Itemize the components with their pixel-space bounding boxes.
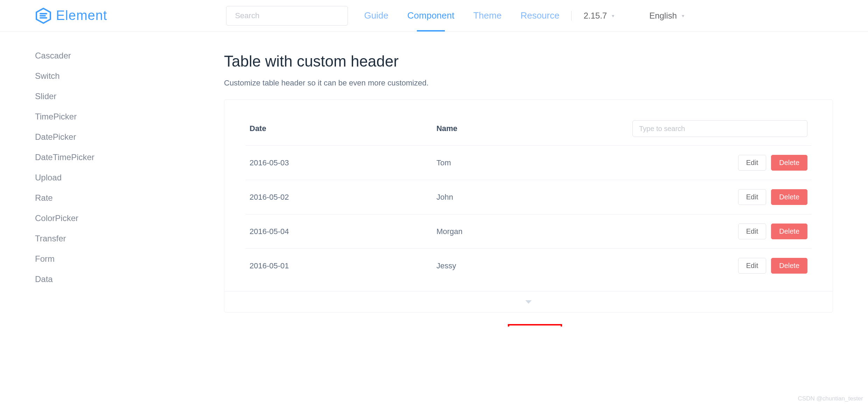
top-header: Element Guide Component Theme Resource 2… bbox=[0, 0, 868, 32]
brand-text: Element bbox=[56, 8, 107, 23]
version-selector[interactable]: 2.15.7 ▾ bbox=[583, 11, 614, 21]
sidebar-item-form[interactable]: Form bbox=[35, 249, 133, 269]
cell-date: 2016-05-04 bbox=[245, 214, 432, 249]
sidebar-item-switch[interactable]: Switch bbox=[35, 66, 133, 86]
annotation-highlight bbox=[508, 324, 562, 327]
brand-logo[interactable]: Element bbox=[35, 7, 107, 24]
sidebar-item-transfer[interactable]: Transfer bbox=[35, 228, 133, 249]
language-text: English bbox=[649, 11, 677, 21]
sidebar-item-datepicker[interactable]: DatePicker bbox=[35, 127, 133, 147]
data-table: Date Name 2016-05-03TomEditDelete2016-05… bbox=[245, 115, 812, 283]
page-description: Customize table header so it can be even… bbox=[224, 78, 833, 88]
delete-button[interactable]: Delete bbox=[771, 189, 807, 205]
cell-actions: EditDelete bbox=[619, 249, 812, 283]
cell-name: Morgan bbox=[432, 214, 619, 249]
table-row: 2016-05-04MorganEditDelete bbox=[245, 214, 812, 249]
language-selector[interactable]: English ▾ bbox=[649, 11, 684, 21]
edit-button[interactable]: Edit bbox=[738, 155, 766, 171]
sidebar-item-datetimepicker[interactable]: DateTimePicker bbox=[35, 147, 133, 167]
edit-button[interactable]: Edit bbox=[738, 258, 766, 274]
delete-button[interactable]: Delete bbox=[771, 224, 807, 239]
sidebar-item-upload[interactable]: Upload bbox=[35, 167, 133, 188]
chevron-down-icon: ▾ bbox=[612, 13, 614, 19]
sidebar-item-slider[interactable]: Slider bbox=[35, 86, 133, 107]
cell-name: Jessy bbox=[432, 249, 619, 283]
cell-date: 2016-05-01 bbox=[245, 249, 432, 283]
page-title: Table with custom header bbox=[224, 53, 833, 70]
expand-toggle[interactable] bbox=[224, 291, 833, 312]
delete-button[interactable]: Delete bbox=[771, 258, 807, 274]
sidebar-item-data[interactable]: Data bbox=[35, 269, 133, 289]
content-area: Table with custom header Customize table… bbox=[133, 46, 868, 327]
sidebar-item-timepicker[interactable]: TimePicker bbox=[35, 107, 133, 127]
cell-actions: EditDelete bbox=[619, 180, 812, 214]
sidebar-item-colorpicker[interactable]: ColorPicker bbox=[35, 208, 133, 228]
th-name: Name bbox=[432, 115, 619, 146]
delete-button[interactable]: Delete bbox=[771, 155, 807, 171]
search-input[interactable] bbox=[226, 6, 348, 26]
version-text: 2.15.7 bbox=[583, 11, 607, 21]
element-logo-icon bbox=[35, 7, 52, 24]
main-nav: Guide Component Theme Resource bbox=[364, 0, 559, 31]
nav-resource[interactable]: Resource bbox=[520, 0, 559, 31]
nav-divider bbox=[571, 11, 572, 21]
table-search-input[interactable] bbox=[632, 120, 807, 137]
sidebar-item-rate[interactable]: Rate bbox=[35, 188, 133, 208]
edit-button[interactable]: Edit bbox=[738, 189, 766, 205]
cell-name: Tom bbox=[432, 146, 619, 180]
table-row: 2016-05-01JessyEditDelete bbox=[245, 249, 812, 283]
table-row: 2016-05-02JohnEditDelete bbox=[245, 180, 812, 214]
table-row: 2016-05-03TomEditDelete bbox=[245, 146, 812, 180]
sidebar-item-cascader[interactable]: Cascader bbox=[35, 46, 133, 66]
cell-date: 2016-05-03 bbox=[245, 146, 432, 180]
sidebar: Cascader Switch Slider TimePicker DatePi… bbox=[0, 46, 133, 327]
cell-date: 2016-05-02 bbox=[245, 180, 432, 214]
cell-actions: EditDelete bbox=[619, 214, 812, 249]
nav-component[interactable]: Component bbox=[407, 0, 454, 31]
header-search-wrap bbox=[226, 6, 348, 26]
demo-box: Date Name 2016-05-03TomEditDelete2016-05… bbox=[224, 99, 833, 313]
cell-name: John bbox=[432, 180, 619, 214]
edit-button[interactable]: Edit bbox=[738, 224, 766, 239]
cell-actions: EditDelete bbox=[619, 146, 812, 180]
nav-guide[interactable]: Guide bbox=[364, 0, 388, 31]
th-action bbox=[619, 115, 812, 146]
nav-theme[interactable]: Theme bbox=[473, 0, 502, 31]
th-date: Date bbox=[245, 115, 432, 146]
caret-down-icon bbox=[525, 300, 532, 304]
chevron-down-icon: ▾ bbox=[682, 13, 684, 19]
